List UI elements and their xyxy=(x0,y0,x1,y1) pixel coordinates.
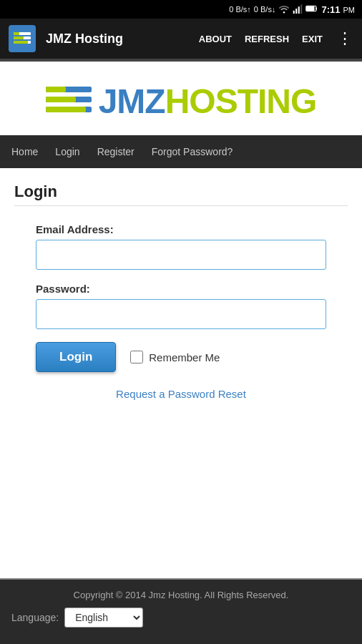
menu-register[interactable]: Register xyxy=(97,146,134,157)
logo-area: JMZHOSTING xyxy=(0,62,362,135)
spacer xyxy=(0,421,362,578)
menu-login[interactable]: Login xyxy=(55,146,79,157)
title-divider xyxy=(14,205,348,206)
language-selector: Language: English Spanish French German xyxy=(11,608,351,628)
main-content: Login Email Address: Password: Login Rem… xyxy=(0,168,362,421)
footer: Copyright © 2014 Jmz Hosting. All Rights… xyxy=(0,580,362,644)
battery-icon xyxy=(305,4,318,14)
svg-rect-15 xyxy=(46,97,76,102)
status-bar: 0 B/s↑ 0 B/s↓ xyxy=(0,0,362,19)
svg-rect-5 xyxy=(307,6,315,11)
more-options-icon[interactable]: ⋮ xyxy=(337,29,353,48)
email-label: Email Address: xyxy=(36,223,326,235)
svg-rect-1 xyxy=(296,9,298,14)
svg-rect-17 xyxy=(46,107,86,112)
remember-me-label: Remember Me xyxy=(149,351,220,364)
menu-bar: Home Login Register Forgot Password? xyxy=(0,135,362,168)
data-down: 0 B/s↓ xyxy=(254,5,276,14)
menu-forgot[interactable]: Forgot Password? xyxy=(152,146,233,157)
remember-me-checkbox[interactable] xyxy=(130,351,143,364)
password-group: Password: xyxy=(36,283,326,329)
svg-rect-3 xyxy=(301,4,303,14)
svg-rect-11 xyxy=(14,41,28,44)
top-nav-links: ABOUT REFRESH EXIT xyxy=(199,34,323,44)
app-title: JMZ Hosting xyxy=(46,31,189,47)
svg-rect-0 xyxy=(293,11,295,14)
svg-rect-13 xyxy=(46,87,66,92)
password-reset-link[interactable]: Request a Password Reset xyxy=(36,388,326,400)
copyright-text: Copyright © 2014 Jmz Hosting. All Rights… xyxy=(11,590,351,600)
about-link[interactable]: ABOUT xyxy=(199,34,232,44)
menu-home[interactable]: Home xyxy=(11,146,38,157)
time-display: 7:11 PM xyxy=(321,4,355,15)
top-nav: JMZ Hosting ABOUT REFRESH EXIT ⋮ xyxy=(0,19,362,59)
svg-rect-2 xyxy=(298,6,300,14)
remember-me-group: Remember Me xyxy=(130,351,220,364)
page-title: Login xyxy=(14,182,348,201)
logo-text: JMZHOSTING xyxy=(99,82,317,121)
app-logo-icon xyxy=(9,25,36,52)
email-input[interactable] xyxy=(36,240,326,270)
svg-rect-7 xyxy=(14,32,19,35)
wifi-icon xyxy=(278,4,290,15)
refresh-link[interactable]: REFRESH xyxy=(245,34,289,44)
svg-rect-9 xyxy=(14,36,24,39)
exit-link[interactable]: EXIT xyxy=(302,34,323,44)
signal-icon xyxy=(293,4,303,15)
password-input[interactable] xyxy=(36,299,326,329)
logo-icon xyxy=(46,84,92,119)
email-group: Email Address: xyxy=(36,223,326,270)
form-actions: Login Remember Me xyxy=(36,342,326,372)
language-label: Language: xyxy=(11,612,59,623)
login-form: Email Address: Password: Login Remember … xyxy=(14,223,348,400)
login-button[interactable]: Login xyxy=(36,342,116,372)
data-up: 0 B/s↑ xyxy=(229,5,251,14)
language-dropdown[interactable]: English Spanish French German xyxy=(64,608,143,628)
logo: JMZHOSTING xyxy=(46,82,317,121)
password-label: Password: xyxy=(36,283,326,295)
